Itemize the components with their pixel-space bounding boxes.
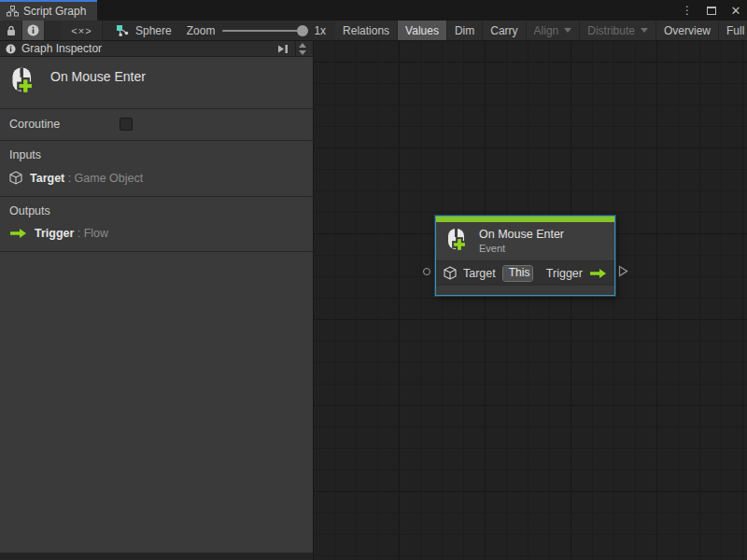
inputs-section: Inputs Target : Game Object bbox=[0, 141, 313, 197]
window-menu-icon[interactable]: ⋮ bbox=[680, 3, 695, 18]
code-icon: <×> bbox=[71, 25, 92, 36]
graph-hierarchy-icon bbox=[7, 6, 19, 17]
zoom-label: Zoom bbox=[187, 24, 216, 37]
dim-button[interactable]: Dim bbox=[447, 21, 483, 40]
zoom-slider[interactable] bbox=[222, 30, 306, 32]
node-subtitle: Event bbox=[479, 243, 564, 254]
coroutine-label: Coroutine bbox=[9, 118, 120, 131]
mouse-enter-icon bbox=[445, 228, 470, 254]
inspector-toggle-button[interactable] bbox=[22, 21, 45, 40]
relations-button[interactable]: Relations bbox=[335, 21, 398, 40]
panel-scroll-arrows[interactable] bbox=[295, 41, 309, 56]
input-name: Target bbox=[30, 172, 64, 185]
node-port-row: Target This Trigger bbox=[436, 260, 614, 285]
inspector-title: Graph Inspector bbox=[21, 42, 272, 55]
edit-script-button[interactable]: <×> bbox=[62, 21, 103, 40]
input-type: : Game Object bbox=[68, 172, 144, 185]
values-button[interactable]: Values bbox=[398, 21, 447, 40]
graph-reference[interactable]: Sphere bbox=[103, 21, 181, 40]
tab-label: Script Graph bbox=[23, 5, 86, 18]
lock-icon bbox=[7, 25, 16, 36]
scroll-down-icon[interactable] bbox=[299, 50, 306, 55]
graph-canvas[interactable]: On Mouse Enter Event Target This bbox=[313, 41, 747, 560]
coroutine-row: Coroutine bbox=[0, 109, 313, 141]
output-name: Trigger bbox=[35, 227, 74, 240]
node-title: On Mouse Enter bbox=[479, 228, 564, 241]
target-object-field[interactable]: This bbox=[502, 265, 533, 282]
input-port-label: Target bbox=[463, 267, 496, 280]
lock-button[interactable] bbox=[0, 21, 22, 40]
inputs-title: Inputs bbox=[9, 148, 303, 161]
align-dropdown[interactable]: Align bbox=[527, 21, 581, 40]
target-value: This bbox=[503, 266, 533, 281]
zoom-control: Zoom 1x bbox=[181, 21, 331, 40]
overview-button[interactable]: Overview bbox=[656, 21, 719, 40]
tab-script-graph[interactable]: Script Graph bbox=[0, 0, 97, 21]
carry-button[interactable]: Carry bbox=[483, 21, 526, 40]
outputs-section: Outputs Trigger : Flow bbox=[0, 197, 313, 252]
fullscreen-button[interactable]: Full Screen bbox=[719, 21, 747, 40]
game-object-cube-icon bbox=[444, 266, 457, 280]
panel-bottom-strip bbox=[0, 553, 313, 560]
inspector-header: Graph Inspector bbox=[0, 41, 313, 57]
window-close-icon[interactable]: ✕ bbox=[728, 3, 743, 18]
info-icon bbox=[6, 44, 16, 54]
graph-inspector-panel: Graph Inspector bbox=[0, 41, 313, 553]
graph-toolbar: <×> Sphere Zoom 1x Relations Values Dim … bbox=[0, 21, 747, 41]
dock-panel-icon[interactable] bbox=[277, 44, 289, 54]
flow-arrow-icon bbox=[589, 268, 607, 279]
flow-arrow-icon bbox=[9, 228, 27, 239]
output-type: : Flow bbox=[78, 227, 108, 240]
zoom-slider-knob[interactable] bbox=[297, 25, 308, 36]
chevron-down-icon bbox=[564, 28, 571, 33]
event-summary: On Mouse Enter bbox=[0, 57, 313, 109]
node-left-port[interactable] bbox=[423, 268, 430, 275]
window-controls: ⋮ ✕ bbox=[680, 0, 743, 21]
node-right-port[interactable] bbox=[618, 265, 628, 277]
outputs-title: Outputs bbox=[9, 204, 303, 217]
input-row-target: Target : Game Object bbox=[9, 171, 303, 185]
event-node-on-mouse-enter[interactable]: On Mouse Enter Event Target This bbox=[435, 216, 615, 296]
mouse-enter-icon bbox=[9, 66, 37, 97]
scroll-up-icon[interactable] bbox=[299, 43, 306, 48]
node-header[interactable]: On Mouse Enter Event bbox=[436, 222, 614, 260]
tab-bar: Script Graph ⋮ ✕ bbox=[0, 0, 747, 21]
window-maximize-icon[interactable] bbox=[704, 3, 719, 18]
script-graph-asset-icon bbox=[116, 24, 130, 37]
info-icon bbox=[27, 24, 39, 36]
graph-name-label: Sphere bbox=[135, 24, 172, 37]
zoom-level-value: 1x bbox=[314, 24, 326, 37]
output-port-label: Trigger bbox=[546, 267, 583, 280]
event-title: On Mouse Enter bbox=[50, 66, 146, 84]
coroutine-checkbox[interactable] bbox=[120, 118, 133, 131]
chevron-down-icon bbox=[641, 28, 648, 33]
node-footer bbox=[436, 285, 614, 295]
game-object-cube-icon bbox=[9, 171, 22, 185]
script-graph-window: Script Graph ⋮ ✕ bbox=[0, 0, 747, 560]
distribute-dropdown[interactable]: Distribute bbox=[580, 21, 656, 40]
output-row-trigger: Trigger : Flow bbox=[9, 227, 303, 240]
